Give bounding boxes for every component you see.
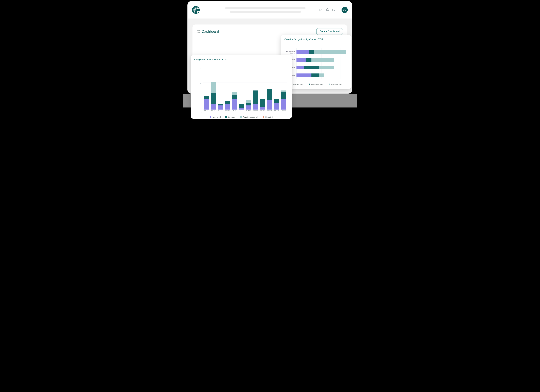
- present-icon[interactable]: [332, 8, 336, 12]
- x-tick: Jun-23: [231, 110, 237, 112]
- x-tick: Dec-23: [274, 110, 280, 112]
- svg-point-3: [195, 9, 197, 11]
- bar-Aug-23: [246, 100, 251, 109]
- create-dashboard-button[interactable]: Create Dashboard: [316, 28, 343, 35]
- owner-row-1: Artus Admin: [285, 57, 347, 63]
- x-tick: Nov-23: [266, 110, 273, 112]
- legend-a3060: Aging 30-60 Days: [311, 83, 323, 85]
- perf-chart: Feb-23Mar-23Apr-23May-23Jun-23Jul-23Aug-…: [199, 69, 287, 112]
- bell-icon[interactable]: [325, 8, 329, 12]
- bar-Sep-23: [253, 90, 258, 109]
- perf-legend: Approved Overdue Pending Approval Reject…: [194, 116, 288, 118]
- x-tick: Jul-23: [238, 110, 244, 112]
- y-tick: 0: [198, 111, 202, 113]
- page-title: Dashboard: [202, 29, 219, 34]
- bar-Jan-24: [281, 90, 286, 109]
- owner-row-0: Engagement Leader: [285, 49, 347, 55]
- svg-line-5: [321, 10, 322, 11]
- legend-approved: Approved: [212, 116, 221, 118]
- avatar[interactable]: SG: [341, 7, 348, 13]
- svg-point-2: [194, 8, 198, 12]
- legend-rejected: Rejected: [265, 116, 273, 118]
- y-tick: 10: [198, 97, 202, 99]
- app-header: SG: [188, 1, 352, 19]
- owner-row-3: Reem Security: [285, 72, 347, 78]
- search-icon[interactable]: [319, 8, 322, 12]
- legend-a60: Aging 60+ Days: [293, 83, 303, 85]
- owner-row-2: Ron Delivery: [285, 64, 347, 71]
- y-tick: 30: [198, 68, 202, 69]
- legend-pending: Pending Approval: [243, 116, 258, 118]
- avatar-initials: SG: [343, 9, 346, 11]
- x-tick: Apr-23: [217, 110, 223, 112]
- svg-point-4: [319, 9, 321, 11]
- x-tick: Sep-23: [253, 110, 259, 112]
- legend-a030: Aging 0-30 Days: [331, 83, 342, 85]
- svg-rect-10: [197, 32, 198, 33]
- owner-chart: Engagement LeaderArtus AdminRon Delivery…: [285, 48, 348, 82]
- legend-overdue: Overdue: [228, 116, 235, 118]
- logo[interactable]: [192, 6, 200, 14]
- bar-Jul-23: [239, 104, 244, 109]
- x-tick: Jan-24: [280, 110, 286, 112]
- y-tick: 20: [198, 82, 202, 84]
- menu-icon[interactable]: [208, 9, 212, 11]
- card-obligations-performance: Obligations Performance - TTM Feb-23Mar-…: [191, 55, 292, 119]
- x-tick: Mar-23: [210, 110, 216, 112]
- bar-Jun-23: [232, 92, 237, 109]
- bar-Nov-23: [267, 89, 272, 109]
- x-tick: May-23: [224, 110, 230, 112]
- x-tick: Oct-23: [260, 110, 265, 112]
- svg-rect-11: [199, 32, 199, 33]
- bar-Mar-23: [211, 82, 216, 109]
- bar-May-23: [225, 101, 230, 109]
- card-title-perf: Obligations Performance - TTM: [194, 58, 227, 61]
- card-title-owner: Overdue Obligations by Owner - TTM: [285, 38, 323, 41]
- svg-rect-8: [197, 30, 198, 31]
- owner-legend: Aging 60+ Days Aging 30-60 Days Aging 0-…: [285, 83, 348, 85]
- bar-Dec-23: [274, 99, 279, 109]
- search-placeholder-skeleton: [224, 7, 307, 13]
- owner-label: Engagement Leader: [285, 50, 296, 54]
- bar-Feb-23: [204, 96, 209, 109]
- x-tick: Aug-23: [245, 110, 251, 112]
- bar-Apr-23: [218, 104, 223, 109]
- bar-Oct-23: [260, 99, 265, 109]
- x-tick: Feb-23: [203, 110, 209, 112]
- card-menu-icon[interactable]: [346, 38, 348, 40]
- dashboard-icon: [197, 30, 200, 33]
- svg-rect-9: [199, 30, 199, 31]
